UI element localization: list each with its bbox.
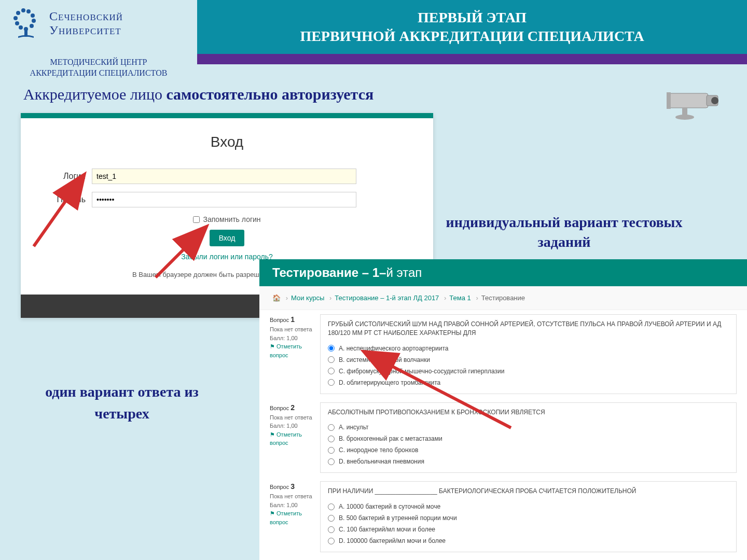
question-status: Пока нет ответа [270,325,314,334]
password-label: Пароль [52,195,86,204]
answer-option[interactable]: A. инсульт [328,422,729,433]
svg-point-7 [15,21,19,25]
breadcrumb-link[interactable]: Тема 1 [449,294,471,302]
flag-question-link[interactable]: ⚑ Отметить вопрос [270,509,314,526]
breadcrumb-current: Тестирование [481,294,525,302]
answer-option[interactable]: C. инородное тело бронхов [328,444,729,456]
svg-point-13 [711,97,718,104]
answer-radio[interactable] [328,356,335,363]
svg-point-16 [675,115,694,120]
answer-option[interactable]: D. 100000 бактерий/мл мочи и более [328,535,729,547]
purple-divider [197,54,747,64]
login-label: Логин [52,172,86,181]
question-score: Балл: 1,00 [270,501,314,510]
question-status: Пока нет ответа [270,492,314,501]
login-heading: Вход [52,134,402,150]
svg-point-5 [30,24,34,28]
answer-option[interactable]: C. 100 бактерий/мл мочи и более [328,524,729,535]
question-status: Пока нет ответа [270,413,314,422]
question-number: Вопрос 3 [270,481,314,492]
breadcrumb: 🏠 ›Мои курсы ›Тестирование – 1-й этап ЛД… [259,286,747,310]
flag-question-link[interactable]: ⚑ Отметить вопрос [270,430,314,447]
callout-one-of-four: один вариант ответа из четырех [44,381,200,425]
question-score: Балл: 1,00 [270,334,314,343]
question-number: Вопрос 1 [270,314,314,325]
breadcrumb-link[interactable]: Тестирование – 1-й этап ЛД 2017 [335,294,439,302]
remember-checkbox[interactable] [193,216,200,223]
question-block: Вопрос 1Пока нет ответаБалл: 1,00⚑ Отмет… [259,310,747,398]
answer-option[interactable]: C. фибромускулярной мышечно-сосудистой г… [328,366,729,377]
answer-option[interactable]: A. неспецифического аортоартериита [328,343,729,354]
answer-radio[interactable] [328,379,335,386]
answer-option[interactable]: B. 500 бактерий в утренней порции мочи [328,512,729,524]
flag-question-link[interactable]: ⚑ Отметить вопрос [270,342,314,359]
svg-rect-11 [669,93,708,108]
slide-banner: ПЕРВЫЙ ЭТАП ПЕРВИЧНОЙ АККРЕДИТАЦИИ СПЕЦИ… [197,0,747,54]
answer-option[interactable]: D. облитерирующего тромбангиита [328,377,729,388]
cctv-camera-icon [664,83,726,122]
login-button[interactable]: Вход [210,230,245,246]
svg-point-1 [21,8,25,12]
breadcrumb-link[interactable]: Мои курсы [291,294,324,302]
login-input[interactable] [92,169,356,184]
svg-point-0 [16,11,20,15]
answer-radio[interactable] [328,515,335,522]
svg-point-6 [13,16,18,20]
answer-option[interactable]: A. 10000 бактерий в суточной моче [328,501,729,512]
question-block: Вопрос 2Пока нет ответаБалл: 1,00⚑ Отмет… [259,398,747,478]
question-text: ПРИ НАЛИЧИИ __________________ БАКТЕРИОЛ… [328,487,729,496]
test-screenshot: Тестирование – 1–й этап 🏠 ›Мои курсы ›Те… [259,259,747,560]
university-logo-icon [8,5,44,41]
question-text: АБСОЛЮТНЫМ ПРОТИВОПОКАЗАНИЕМ К БРОНХОСКО… [328,408,729,417]
question-score: Балл: 1,00 [270,422,314,430]
svg-point-3 [31,13,35,18]
university-name: Сеченовский Университет [49,9,123,37]
answer-radio[interactable] [328,503,335,510]
question-block: Вопрос 3Пока нет ответаБалл: 1,00⚑ Отмет… [259,477,747,556]
answer-radio[interactable] [328,424,335,431]
test-header: Тестирование – 1–й этап [259,259,747,286]
home-icon[interactable]: 🏠 [272,294,281,302]
answer-radio[interactable] [328,436,335,442]
answer-radio[interactable] [328,345,335,352]
svg-point-2 [26,9,31,13]
svg-rect-15 [682,108,687,116]
svg-point-8 [19,25,23,30]
answer-radio[interactable] [328,538,335,544]
center-subheader: МЕТОДИЧЕСКИЙ ЦЕНТР АККРЕДИТАЦИИ СПЕЦИАЛИ… [10,57,187,79]
logo-area: Сеченовский Университет [0,0,197,54]
answer-option[interactable]: D. внебольничная пневмония [328,456,729,467]
password-input[interactable] [92,192,356,207]
svg-point-4 [32,19,36,23]
slide-main-text: Аккредитуемое лицо самостоятельно автори… [23,86,374,103]
answer-option[interactable]: B. бронхогенный рак с метастазами [328,433,729,444]
svg-rect-14 [667,92,671,109]
answer-radio[interactable] [328,368,335,374]
question-number: Вопрос 2 [270,402,314,413]
answer-radio[interactable] [328,526,335,533]
callout-individual: индивидуальный вариант тестовых заданий [433,213,695,252]
answer-option[interactable]: B. системной красной волчанки [328,354,729,366]
answer-radio[interactable] [328,458,335,465]
question-text: ГРУБЫЙ СИСТОЛИЧЕСКИЙ ШУМ НАД ПРАВОЙ СОНН… [328,320,729,338]
answer-radio[interactable] [328,447,335,454]
remember-label: Запомнить логин [203,215,260,223]
